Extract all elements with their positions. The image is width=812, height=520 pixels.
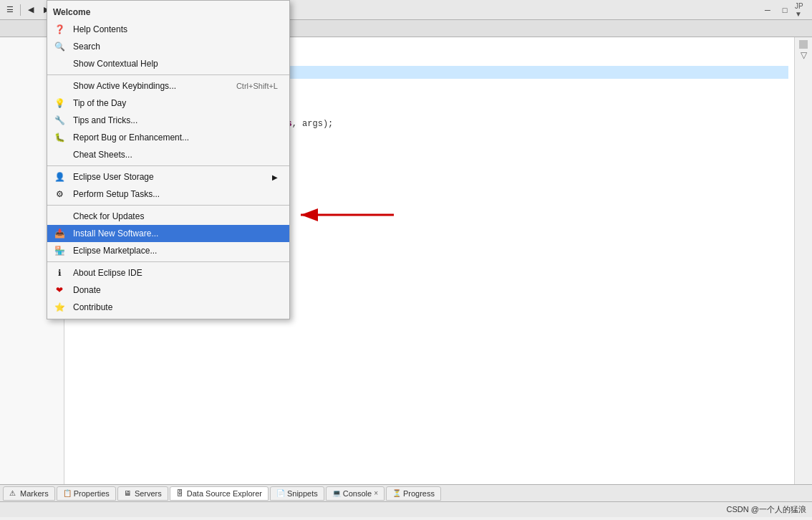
menu-item-label: Perform Setup Tasks... <box>73 189 160 199</box>
menu-item-label: Tips and Tricks... <box>73 115 137 125</box>
menu-item-label: Check for Updates <box>73 211 144 221</box>
menu-separator-4 <box>47 261 289 262</box>
menu-separator-1 <box>47 74 289 75</box>
menu-item-eclipse-user-storage[interactable]: 👤 Eclipse User Storage ▶ <box>47 168 289 186</box>
user-icon: 👤 <box>53 170 66 183</box>
menu-item-label: About Eclipse IDE <box>73 268 142 278</box>
menu-item-show-contextual-help[interactable]: Show Contextual Help <box>47 55 289 72</box>
menu-item-report-bug[interactable]: 🐛 Report Bug or Enhancement... <box>47 129 289 146</box>
menu-item-contribute[interactable]: ⭐ Contribute <box>47 299 289 316</box>
menu-item-donate[interactable]: ❤ Donate <box>47 281 289 299</box>
menu-item-about-eclipse[interactable]: ℹ About Eclipse IDE <box>47 264 289 281</box>
menu-item-label: Eclipse Marketplace... <box>73 246 157 256</box>
menu-item-install-new-software[interactable]: 📥 Install New Software... <box>47 225 289 242</box>
menu-item-help-contents[interactable]: ❓ Help Contents <box>47 21 289 38</box>
install-icon: 📥 <box>53 227 66 240</box>
menu-item-tips-tricks[interactable]: 🔧 Tips and Tricks... <box>47 112 289 129</box>
heart-icon: ❤ <box>53 284 66 297</box>
setup-icon: ⚙ <box>53 188 66 201</box>
menu-item-show-keybindings[interactable]: Show Active Keybindings... Ctrl+Shift+L <box>47 77 289 95</box>
menu-item-label: Report Bug or Enhancement... <box>73 133 189 143</box>
menu-item-label: Install New Software... <box>73 228 158 239</box>
menu-item-search[interactable]: 🔍 Search <box>47 38 289 55</box>
help-icon: ❓ <box>53 23 66 36</box>
star-icon: ⭐ <box>53 301 66 314</box>
help-dropdown-menu: Welcome ❓ Help Contents 🔍 Search Show Co… <box>47 0 290 319</box>
menu-item-cheat-sheets[interactable]: Cheat Sheets... <box>47 146 289 163</box>
menu-item-check-updates[interactable]: Check for Updates <box>47 208 289 225</box>
annotation-arrow <box>286 204 401 228</box>
submenu-arrow-icon: ▶ <box>272 173 278 181</box>
menu-item-label: Show Contextual Help <box>73 59 158 69</box>
menu-title: Welcome <box>53 7 90 17</box>
menu-separator-3 <box>47 205 289 206</box>
menu-item-label: Donate <box>73 285 101 295</box>
tips-icon: 🔧 <box>53 114 66 127</box>
menu-item-perform-setup[interactable]: ⚙ Perform Setup Tasks... <box>47 186 289 203</box>
menu-item-eclipse-marketplace[interactable]: 🏪 Eclipse Marketplace... <box>47 242 289 259</box>
marketplace-icon: 🏪 <box>53 244 66 257</box>
menu-item-tip-of-day[interactable]: 💡 Tip of the Day <box>47 95 289 112</box>
info-icon: ℹ <box>53 266 66 279</box>
menu-item-label: Tip of the Day <box>73 98 126 108</box>
menu-header-welcome[interactable]: Welcome <box>47 4 289 21</box>
menu-item-label: Eclipse User Storage <box>73 172 154 182</box>
menu-item-label: Contribute <box>73 302 112 312</box>
menu-shortcut: Ctrl+Shift+L <box>236 82 278 90</box>
menu-item-label: Search <box>73 42 100 52</box>
menu-item-label: Cheat Sheets... <box>73 150 132 160</box>
menu-separator-2 <box>47 165 289 166</box>
menu-item-label: Help Contents <box>73 24 127 34</box>
bug-icon: 🐛 <box>53 131 66 144</box>
search-icon: 🔍 <box>53 40 66 53</box>
menu-overlay: Welcome ❓ Help Contents 🔍 Search Show Co… <box>0 0 812 520</box>
tip-icon: 💡 <box>53 97 66 110</box>
menu-item-label: Show Active Keybindings... <box>73 81 176 91</box>
